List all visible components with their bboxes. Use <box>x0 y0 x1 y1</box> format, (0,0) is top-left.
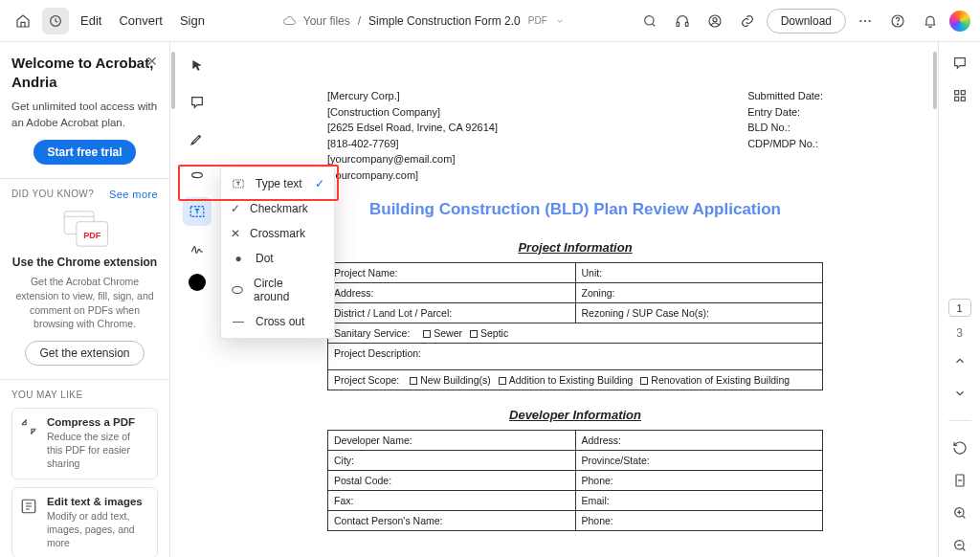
you-may-like-label: YOU MAY LIKE <box>11 390 158 400</box>
svg-rect-3 <box>685 22 688 26</box>
crumb-root[interactable]: Your files <box>303 14 350 28</box>
card-compress[interactable]: Compress a PDF Reduce the size of this P… <box>11 408 158 479</box>
crossout-icon: — <box>231 315 246 328</box>
flyout-dot[interactable]: ● Dot✓ <box>221 246 334 271</box>
tool-sign[interactable] <box>183 234 212 262</box>
center-area: Type text ✓ ✓ Checkmark✓ ✕ Crossmark✓ ● … <box>170 42 938 557</box>
ext-body: Get the Acrobat Chrome extension to view… <box>11 275 158 331</box>
close-icon[interactable]: ✕ <box>146 54 158 69</box>
flyout-label: Type text <box>256 177 302 190</box>
card-title: Compress a PDF <box>47 416 147 428</box>
edit-icon <box>20 498 39 517</box>
more-icon[interactable] <box>852 8 879 34</box>
fit-page-icon[interactable] <box>947 469 973 492</box>
zoom-in-icon[interactable] <box>947 501 973 524</box>
rotate-icon[interactable] <box>947 436 973 459</box>
checkmark-icon: ✓ <box>231 202 240 215</box>
flyout-crossmark[interactable]: ✕ Crossmark✓ <box>221 221 334 246</box>
card-edit[interactable]: Edit text & images Modify or add text, i… <box>11 487 158 557</box>
zoom-out-icon[interactable] <box>947 534 973 557</box>
see-more-link[interactable]: See more <box>109 189 158 200</box>
main: ✕ Welcome to Acrobat, Andria Get unlimit… <box>0 42 980 557</box>
svg-point-10 <box>897 23 898 24</box>
crumb-file[interactable]: Simple Construction Form 2.0 <box>368 14 521 28</box>
flyout-crossout[interactable]: — Cross out✓ <box>221 309 334 334</box>
doc-section-1: Project Information <box>327 240 823 255</box>
svg-point-17 <box>192 172 203 177</box>
svg-rect-22 <box>961 91 965 95</box>
developer-info-table: Developer Name:Address: City:Province/St… <box>327 430 823 531</box>
start-trial-button[interactable]: Start free trial <box>33 140 135 165</box>
comments-panel-icon[interactable] <box>947 52 973 75</box>
doc-section-2: Developer Information <box>327 408 823 422</box>
recent-icon[interactable] <box>42 8 69 34</box>
profile-icon[interactable] <box>702 8 728 34</box>
doc-title: Building Construction (BLD) Plan Review … <box>327 200 823 219</box>
dot-icon: ● <box>231 252 246 265</box>
svg-point-6 <box>859 19 861 21</box>
search-icon[interactable] <box>636 8 663 34</box>
tool-color[interactable] <box>189 274 206 291</box>
crossmark-icon: ✕ <box>231 227 240 240</box>
welcome-title: Welcome to Acrobat, Andria <box>11 54 158 91</box>
flyout-checkmark[interactable]: ✓ Checkmark✓ <box>221 196 334 221</box>
circle-icon <box>231 285 244 295</box>
svg-rect-23 <box>954 97 958 100</box>
pdf-page: [Mercury Corp.] [Construction Company] [… <box>293 59 858 557</box>
flyout-type-text[interactable]: Type text ✓ <box>221 171 334 196</box>
menu-edit[interactable]: Edit <box>75 10 107 32</box>
svg-point-1 <box>644 15 653 24</box>
tool-text[interactable] <box>183 197 212 226</box>
help-icon[interactable] <box>884 8 911 34</box>
chevron-down-icon[interactable] <box>555 16 565 26</box>
topbar: Edit Convert Sign Your files / Simple Co… <box>0 0 980 42</box>
ext-title: Use the Chrome extension <box>11 256 158 269</box>
flyout-label: Cross out <box>256 315 304 328</box>
card-body: Modify or add text, images, pages, and m… <box>47 509 147 550</box>
page-current[interactable]: 1 <box>948 299 971 317</box>
thumbnails-icon[interactable] <box>947 84 973 107</box>
link-icon[interactable] <box>734 8 761 34</box>
svg-rect-24 <box>961 97 965 100</box>
tool-flyout: Type text ✓ ✓ Checkmark✓ ✕ Crossmark✓ ● … <box>220 167 335 339</box>
cloud-icon <box>282 14 296 28</box>
flyout-label: Circle around <box>254 277 305 303</box>
menu-sign[interactable]: Sign <box>174 10 211 32</box>
flyout-label: Crossmark <box>250 227 305 240</box>
svg-rect-21 <box>954 91 958 95</box>
page-down-icon[interactable] <box>947 382 973 405</box>
type-text-icon <box>231 177 246 190</box>
flyout-circle[interactable]: Circle around✓ <box>221 271 334 309</box>
flyout-label: Checkmark <box>250 202 308 215</box>
tool-select[interactable] <box>183 52 212 80</box>
get-extension-button[interactable]: Get the extension <box>25 341 144 366</box>
menu-convert[interactable]: Convert <box>113 10 168 32</box>
toolstrip <box>176 42 218 557</box>
card-body: Reduce the size of this PDF for easier s… <box>47 430 147 471</box>
bell-icon[interactable] <box>917 8 944 34</box>
svg-rect-2 <box>677 22 679 26</box>
svg-text:PDF: PDF <box>83 231 101 240</box>
right-rail: 1 3 <box>938 42 980 557</box>
breadcrumb: Your files / Simple Construction Form 2.… <box>282 14 565 28</box>
tool-erase[interactable] <box>183 161 212 189</box>
tool-comment[interactable] <box>183 88 212 117</box>
compress-icon <box>20 418 39 437</box>
left-panel: ✕ Welcome to Acrobat, Andria Get unlimit… <box>0 42 170 557</box>
headphones-icon[interactable] <box>669 8 696 34</box>
card-title: Edit text & images <box>47 496 147 507</box>
svg-point-20 <box>233 287 243 294</box>
check-icon: ✓ <box>315 177 324 190</box>
page-up-icon[interactable] <box>947 349 973 372</box>
flyout-label: Dot <box>256 252 274 265</box>
doc-header-right: Submitted Date: Entry Date: BLD No.: CDP… <box>747 88 823 183</box>
tool-draw[interactable] <box>183 124 212 153</box>
download-button[interactable]: Download <box>767 9 846 33</box>
chrome-ext-illustration: PDF <box>11 210 158 248</box>
avatar[interactable] <box>949 11 970 32</box>
did-you-know-label: DID YOU KNOW? <box>11 189 94 200</box>
home-icon[interactable] <box>10 8 36 34</box>
right-scrollbar[interactable] <box>932 42 938 557</box>
svg-point-5 <box>713 17 717 21</box>
doc-header-left: [Mercury Corp.] [Construction Company] [… <box>327 88 498 183</box>
